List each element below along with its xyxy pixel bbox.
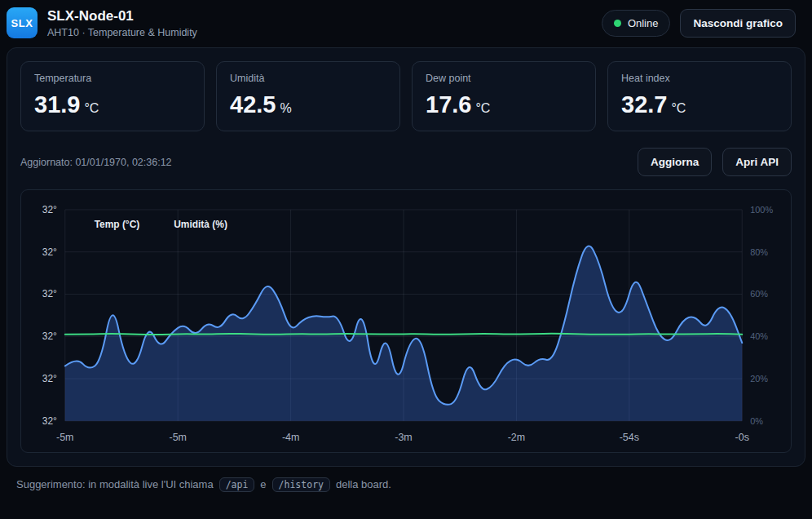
stats-grid: Temperatura 31.9°C Umidità 42.5% Dew poi… bbox=[20, 61, 792, 131]
stat-card-heat-index: Heat index 32.7°C bbox=[607, 61, 792, 131]
svg-text:-2m: -2m bbox=[508, 432, 525, 443]
meta-actions: Aggiorna Apri API bbox=[638, 148, 792, 176]
page-subtitle: AHT10 · Temperature & Humidity bbox=[47, 27, 197, 38]
api-code-chip: /api bbox=[219, 477, 255, 492]
history-code-chip: /history bbox=[272, 477, 330, 492]
svg-text:-54s: -54s bbox=[620, 432, 639, 443]
svg-text:Temp (°C): Temp (°C) bbox=[95, 219, 140, 230]
svg-text:100%: 100% bbox=[750, 205, 773, 215]
svg-text:-3m: -3m bbox=[395, 432, 412, 443]
svg-text:32°: 32° bbox=[42, 288, 57, 299]
app-logo: SLX bbox=[7, 7, 38, 38]
stat-value: 31.9°C bbox=[34, 91, 191, 118]
online-dot-icon bbox=[614, 20, 621, 27]
svg-text:-5m: -5m bbox=[56, 432, 73, 443]
svg-text:20%: 20% bbox=[750, 374, 768, 384]
meta-row: Aggiornato: 01/01/1970, 02:36:12 Aggiorn… bbox=[20, 148, 792, 176]
svg-text:32°: 32° bbox=[42, 246, 57, 258]
svg-text:40%: 40% bbox=[750, 331, 768, 341]
online-status-badge: Online bbox=[602, 10, 671, 37]
stat-label: Umidità bbox=[230, 73, 386, 84]
stat-label: Dew point bbox=[426, 73, 582, 84]
stat-unit: °C bbox=[84, 101, 99, 115]
refresh-button[interactable]: Aggiorna bbox=[638, 148, 712, 176]
stat-value: 17.6°C bbox=[426, 91, 582, 118]
svg-text:0%: 0% bbox=[750, 416, 763, 426]
header: SLX SLX-Node-01 AHT10 · Temperature & Hu… bbox=[0, 0, 812, 46]
hint-text-prefix: Suggerimento: in modalità live l'UI chia… bbox=[16, 478, 214, 490]
hint-text-suffix: della board. bbox=[336, 478, 391, 490]
hint-text-middle: e bbox=[260, 478, 266, 490]
header-actions: Online Nascondi grafico bbox=[602, 9, 796, 38]
online-status-label: Online bbox=[628, 17, 659, 29]
svg-text:-4m: -4m bbox=[282, 432, 299, 443]
svg-text:32°: 32° bbox=[42, 330, 57, 342]
svg-text:32°: 32° bbox=[42, 204, 57, 215]
stat-card-temperature: Temperatura 31.9°C bbox=[20, 61, 205, 131]
page-title: SLX-Node-01 bbox=[47, 8, 197, 24]
chart-panel: 32°100%32°80%32°60%32°40%32°20%32°0%-5m-… bbox=[20, 189, 792, 453]
updated-timestamp: Aggiornato: 01/01/1970, 02:36:12 bbox=[20, 157, 172, 168]
stat-unit: °C bbox=[671, 101, 686, 115]
stat-card-dew-point: Dew point 17.6°C bbox=[412, 61, 596, 131]
open-api-button[interactable]: Apri API bbox=[722, 148, 792, 176]
svg-text:32°: 32° bbox=[42, 373, 57, 384]
stat-card-humidity: Umidità 42.5% bbox=[216, 61, 400, 131]
temp-humidity-line-chart: 32°100%32°80%32°60%32°40%32°20%32°0%-5m-… bbox=[24, 197, 788, 450]
svg-text:Umidità (%): Umidità (%) bbox=[174, 219, 227, 230]
stat-unit: °C bbox=[475, 101, 490, 115]
stat-label: Heat index bbox=[621, 73, 778, 84]
svg-text:80%: 80% bbox=[750, 247, 768, 257]
svg-text:32°: 32° bbox=[42, 415, 57, 427]
stat-value: 32.7°C bbox=[621, 91, 778, 118]
main-panel: Temperatura 31.9°C Umidità 42.5% Dew poi… bbox=[7, 47, 805, 467]
stat-value: 42.5% bbox=[230, 91, 386, 118]
title-block: SLX-Node-01 AHT10 · Temperature & Humidi… bbox=[47, 8, 197, 38]
hide-chart-button[interactable]: Nascondi grafico bbox=[680, 9, 796, 38]
svg-text:-0s: -0s bbox=[735, 432, 749, 443]
svg-text:60%: 60% bbox=[750, 289, 768, 299]
stat-unit: % bbox=[280, 101, 291, 115]
stat-label: Temperatura bbox=[34, 73, 191, 84]
footer-hint: Suggerimento: in modalità live l'UI chia… bbox=[0, 467, 812, 503]
svg-text:-5m: -5m bbox=[169, 432, 186, 443]
